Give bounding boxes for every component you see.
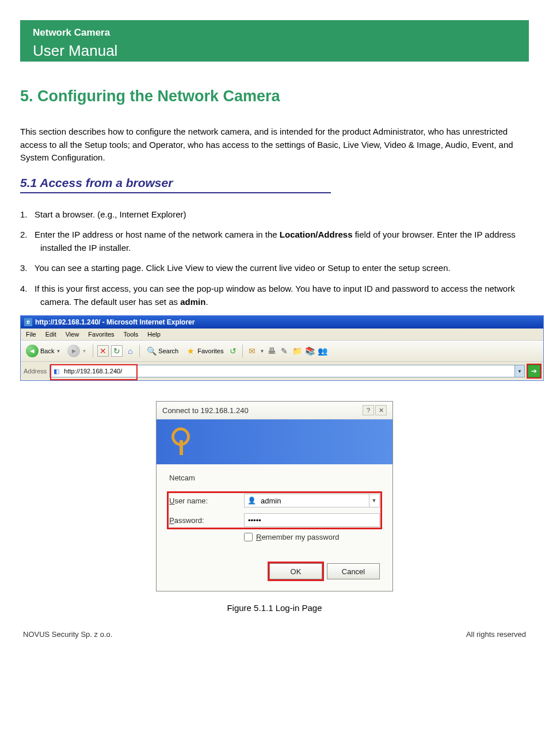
- search-icon: 🔍: [146, 346, 157, 356]
- favorites-label: Favorites: [197, 348, 223, 354]
- history-icon[interactable]: ↺: [228, 346, 238, 356]
- messenger-icon[interactable]: 👥: [317, 346, 327, 356]
- username-combo[interactable]: 👤 ▼: [244, 494, 380, 507]
- toolbar-separator-2: [139, 345, 140, 357]
- step-num-4: 4.: [20, 284, 28, 293]
- menu-edit[interactable]: Edit: [43, 330, 59, 339]
- address-bar: Address ◧ ▼ ➔: [21, 362, 543, 380]
- dialog-buttons: OK Cancel: [169, 563, 380, 579]
- back-label: Back: [40, 348, 54, 354]
- step-4-suffix: .: [205, 297, 208, 307]
- ok-label: OK: [291, 567, 302, 576]
- password-row: Password:: [169, 513, 380, 527]
- close-button[interactable]: ✕: [375, 405, 387, 415]
- username-input[interactable]: [260, 496, 369, 506]
- remember-checkbox[interactable]: [244, 533, 253, 541]
- step-2: 2. Enter the IP address or host name of …: [20, 228, 529, 255]
- step-1: 1. Start a browser. (e.g., Internet Expl…: [20, 208, 529, 221]
- back-button[interactable]: ◄ Back ▼: [24, 343, 63, 358]
- chapter-title: 5. Configuring the Network Camera: [20, 87, 529, 105]
- menu-bar: File Edit View Favorites Tools Help: [21, 329, 543, 341]
- address-label: Address: [24, 368, 47, 375]
- step-4-bold: admin: [180, 297, 205, 307]
- menu-favorites[interactable]: Favorites: [86, 330, 116, 339]
- mail-dropdown-icon: ▼: [260, 349, 264, 354]
- menu-file[interactable]: File: [24, 330, 39, 339]
- step-2-bold: Location/Address: [280, 230, 353, 239]
- username-label: User name:: [169, 497, 244, 505]
- mail-icon[interactable]: ✉: [247, 346, 257, 356]
- favorites-button[interactable]: ★ Favorites: [183, 345, 226, 357]
- menu-help[interactable]: Help: [145, 330, 163, 339]
- footer-right: All rights reserved: [466, 630, 526, 639]
- intro-paragraph: This section describes how to configure …: [20, 125, 529, 165]
- dialog-body: Netcam User name: 👤 ▼ Password:: [157, 464, 392, 591]
- password-field[interactable]: [244, 513, 380, 527]
- back-icon: ◄: [26, 345, 39, 357]
- forward-dropdown-icon: ▼: [82, 349, 86, 354]
- auth-dialog: Connect to 192.168.1.240 ? ✕ Netcam User…: [156, 401, 393, 591]
- ok-button[interactable]: OK: [269, 563, 322, 579]
- cancel-label: Cancel: [342, 567, 365, 576]
- go-highlight: [527, 364, 542, 379]
- back-dropdown-icon: ▼: [56, 349, 60, 354]
- remember-row: Remember my password: [244, 533, 380, 541]
- toolbar-separator: [93, 345, 93, 357]
- search-button[interactable]: 🔍 Search: [144, 345, 181, 357]
- step-4-prefix: If this is your first access, you can se…: [35, 284, 515, 307]
- banner-top: Network Camera: [33, 27, 516, 39]
- step-text-1: Start a browser. (e.g., Internet Explore…: [35, 209, 186, 219]
- step-4: 4. If this is your first access, you can…: [20, 282, 529, 309]
- footer: NOVUS Security Sp. z o.o. All rights res…: [20, 630, 529, 639]
- step-text-3: You can see a starting page. Click Live …: [35, 263, 451, 273]
- edit-icon[interactable]: ✎: [279, 346, 289, 356]
- stop-icon[interactable]: ✕: [97, 345, 109, 357]
- dialog-title-text: Connect to 192.168.1.240: [162, 406, 249, 415]
- cancel-button[interactable]: Cancel: [327, 563, 380, 579]
- figure-caption: Figure 5.1.1 Log-in Page: [20, 603, 529, 613]
- menu-tools[interactable]: Tools: [121, 330, 141, 339]
- research-icon[interactable]: 📚: [304, 346, 315, 356]
- step-2-prefix: Enter the IP address or host name of the…: [35, 230, 280, 239]
- username-row: User name: 👤 ▼: [169, 494, 380, 507]
- footer-left: NOVUS Security Sp. z o.o.: [23, 630, 112, 639]
- go-button[interactable]: ➔: [528, 365, 540, 377]
- banner: Network Camera User Manual: [20, 20, 529, 62]
- dialog-title-bar: Connect to 192.168.1.240 ? ✕: [157, 402, 392, 419]
- browser-title-text: http://192.168.1.240/ - Microsoft Intern…: [35, 318, 195, 326]
- realm-label: Netcam: [169, 474, 380, 482]
- star-icon: ★: [185, 346, 196, 356]
- keys-icon: [169, 427, 195, 456]
- dialog-banner: [157, 419, 392, 464]
- toolbar-separator-3: [242, 345, 243, 357]
- step-num-3: 3.: [20, 263, 28, 273]
- forward-button[interactable]: ► ▼: [65, 343, 89, 358]
- refresh-icon[interactable]: ↻: [111, 345, 123, 357]
- toolbar: ◄ Back ▼ ► ▼ ✕ ↻ ⌂ 🔍 Search ★ Favorites …: [21, 341, 543, 362]
- step-num-1: 1.: [20, 209, 28, 219]
- browser-title-bar: e http://192.168.1.240/ - Microsoft Inte…: [21, 316, 543, 329]
- password-input[interactable]: [247, 516, 377, 525]
- menu-view[interactable]: View: [63, 330, 82, 339]
- person-icon: 👤: [247, 496, 256, 505]
- browser-screenshot: e http://192.168.1.240/ - Microsoft Inte…: [20, 315, 544, 381]
- remember-label: Remember my password: [256, 533, 340, 541]
- page-icon: ◧: [52, 366, 61, 376]
- section-heading: 5.1 Access from a browser: [20, 176, 331, 193]
- home-icon[interactable]: ⌂: [125, 346, 135, 356]
- banner-bottom: User Manual: [33, 42, 516, 60]
- username-dropdown-icon[interactable]: ▼: [369, 494, 379, 507]
- forward-icon: ►: [67, 345, 80, 357]
- step-3: 3. You can see a starting page. Click Li…: [20, 261, 529, 274]
- step-num-2: 2.: [20, 230, 28, 239]
- address-field[interactable]: ◧ ▼: [49, 365, 525, 377]
- address-input[interactable]: [63, 367, 514, 375]
- print-icon[interactable]: 🖶: [266, 346, 277, 356]
- address-dropdown-icon[interactable]: ▼: [514, 365, 524, 377]
- ie-icon: e: [24, 318, 32, 326]
- help-button[interactable]: ?: [363, 405, 374, 415]
- folder-icon[interactable]: 📁: [292, 346, 302, 356]
- password-label: Password:: [169, 516, 244, 525]
- search-label: Search: [158, 348, 178, 354]
